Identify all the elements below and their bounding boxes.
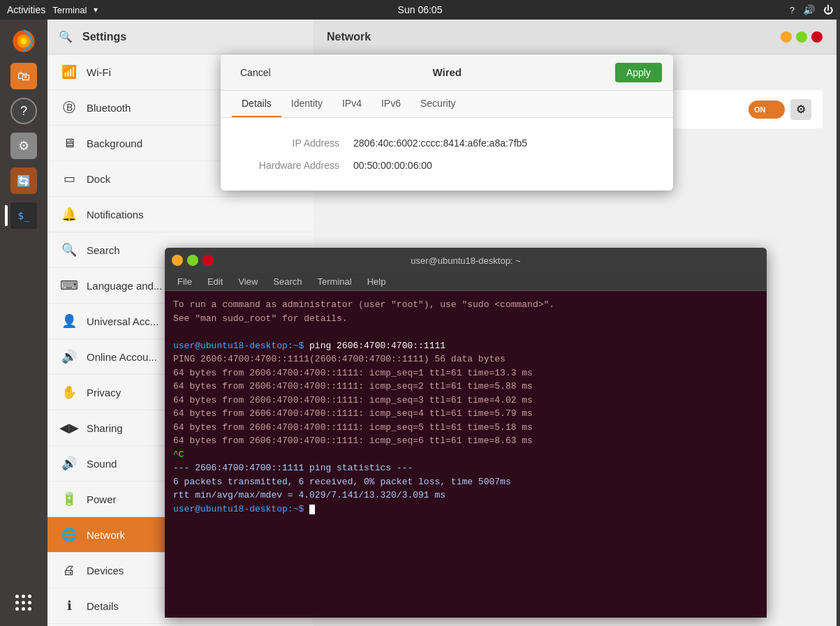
launcher-icon-terminal[interactable]: $_ xyxy=(8,200,40,232)
devices-icon: 🖨 xyxy=(61,562,77,578)
terminal-body[interactable]: To run a command as administrator (user … xyxy=(165,291,767,618)
terminal-menu-view[interactable]: View xyxy=(231,275,265,288)
language-icon: ⌨ xyxy=(61,278,77,293)
dialog-body: IP Address 2806:40c:6002:cccc:8414:a6fe:… xyxy=(221,118,673,191)
language-label: Language and... xyxy=(87,280,162,292)
dialog-tab-ipv4[interactable]: IPv4 xyxy=(332,91,371,117)
wifi-label: Wi-Fi xyxy=(87,66,111,78)
terminal-cmd: ping 2606:4700:4700::1111 xyxy=(309,341,445,351)
terminal-intro1: To run a command as administrator (user … xyxy=(173,298,758,312)
help-circle-icon: ? xyxy=(10,98,37,124)
help-icon[interactable]: ? xyxy=(790,5,795,15)
wired-dialog: Cancel Wired Apply DetailsIdentityIPv4IP… xyxy=(221,54,673,191)
launcher-icon-settings[interactable]: ⚙ xyxy=(8,130,40,162)
universal-label: Universal Acc... xyxy=(87,315,159,327)
settings-item-notifications[interactable]: 🔔 Notifications xyxy=(47,197,313,232)
launcher-apps-button[interactable] xyxy=(8,587,40,619)
topbar-right: ? 🔊 ⏻ xyxy=(790,4,833,15)
launcher-icon-firefox[interactable] xyxy=(8,25,40,57)
dialog-tab-security[interactable]: Security xyxy=(411,91,466,117)
network-icon: 🌐 xyxy=(61,527,77,542)
privacy-label: Privacy xyxy=(87,387,121,398)
terminal-titlebar: user@ubuntu18-desktop: ~ xyxy=(165,248,767,273)
minimize-button[interactable] xyxy=(781,31,792,43)
terminal-menu-edit[interactable]: Edit xyxy=(200,275,230,288)
settings-search-button[interactable]: 🔍 xyxy=(56,27,75,47)
launcher-icon-updates[interactable]: 🔄 xyxy=(8,165,40,197)
dialog-tab-identity[interactable]: Identity xyxy=(281,91,332,117)
ip-address-label: IP Address xyxy=(242,137,353,149)
terminal-prompt1: user@ubuntu18-desktop:~$ xyxy=(173,341,304,351)
terminal-stats-header: --- 2606:4700:4700::1111 ping statistics… xyxy=(173,461,758,475)
background-icon: 🖥 xyxy=(61,135,77,151)
terminal-ping-5: 64 bytes from 2606:4700:4700::1111: icmp… xyxy=(173,421,758,435)
volume-icon[interactable]: 🔊 xyxy=(803,4,815,15)
terminal-ping-init: PING 2606:4700:4700::1111(2606:4700:4700… xyxy=(173,352,758,366)
wired-settings-button[interactable]: ⚙ xyxy=(790,99,811,120)
software-icon: 🛍 xyxy=(10,63,37,89)
wired-controls: ON ⚙ xyxy=(749,99,811,120)
hardware-address-value: 00:50:00:00:06:00 xyxy=(353,160,432,171)
details-label: Details xyxy=(87,600,119,612)
hardware-address-field: Hardware Address 00:50:00:00:06:00 xyxy=(242,154,652,177)
terminal-menu-file[interactable]: File xyxy=(170,275,199,288)
topbar-clock: Sun 06:05 xyxy=(398,4,443,15)
bluetooth-icon: Ⓑ xyxy=(61,100,77,115)
privacy-icon: ✋ xyxy=(61,385,77,400)
close-button[interactable] xyxy=(811,31,823,43)
dialog-title: Wired xyxy=(433,66,462,78)
notifications-label: Notifications xyxy=(87,209,144,221)
terminal-menu-terminal[interactable]: Terminal xyxy=(311,275,359,288)
clock-label: Sun 06:05 xyxy=(398,4,443,15)
power-icon[interactable]: ⏻ xyxy=(823,4,833,15)
terminal-intro2: See "man sudo_root" for details. xyxy=(173,312,758,326)
network-label: Network xyxy=(87,529,125,541)
terminal-ctrl-c: ^C xyxy=(173,448,758,462)
terminal-cursor xyxy=(309,505,315,514)
terminal-minimize-button[interactable] xyxy=(172,255,183,266)
background-label: Background xyxy=(87,137,142,149)
dialog-cancel-button[interactable]: Cancel xyxy=(232,63,279,82)
launcher: 🛍 ? ⚙ 🔄 $_ xyxy=(0,20,47,626)
devices-label: Devices xyxy=(87,565,124,576)
terminal-dropdown-icon[interactable]: ▾ xyxy=(94,5,98,15)
sharing-label: Sharing xyxy=(87,422,123,434)
terminal-close-button[interactable] xyxy=(202,255,214,266)
sound-label: Sound xyxy=(87,458,117,470)
terminal-prompt2: user@ubuntu18-desktop:~$ xyxy=(173,504,304,514)
dialog-header: Cancel Wired Apply xyxy=(221,54,673,91)
terminal-app-label[interactable]: Terminal xyxy=(52,5,87,15)
terminal-window: user@ubuntu18-desktop: ~ FileEditViewSea… xyxy=(165,248,767,618)
terminal-ping-1: 64 bytes from 2606:4700:4700::1111: icmp… xyxy=(173,366,758,380)
power-icon: 🔋 xyxy=(61,491,77,507)
launcher-icon-help[interactable]: ? xyxy=(8,95,40,127)
dialog-tab-ipv6[interactable]: IPv6 xyxy=(371,91,411,117)
terminal-menu-help[interactable]: Help xyxy=(360,275,393,288)
activities-label[interactable]: Activities xyxy=(7,4,45,15)
network-win-controls xyxy=(781,31,823,43)
terminal-menu-search[interactable]: Search xyxy=(266,275,309,288)
svg-point-2 xyxy=(20,38,27,44)
terminal-ping-cmd: user@ubuntu18-desktop:~$ ping 2606:4700:… xyxy=(173,339,758,353)
search-icon: 🔍 xyxy=(61,242,77,258)
settings-launcher-icon: ⚙ xyxy=(10,133,37,159)
terminal-maximize-button[interactable] xyxy=(187,255,198,266)
updates-icon: 🔄 xyxy=(10,167,37,194)
maximize-button[interactable] xyxy=(796,31,807,43)
terminal-final-prompt: user@ubuntu18-desktop:~$ xyxy=(173,502,758,516)
dialog-tab-details[interactable]: Details xyxy=(232,91,281,117)
notifications-icon: 🔔 xyxy=(61,207,77,222)
wired-toggle[interactable]: ON xyxy=(749,100,785,119)
sharing-icon: ◀▶ xyxy=(61,420,77,435)
dialog-apply-button[interactable]: Apply xyxy=(615,63,662,82)
dock-label: Dock xyxy=(87,173,110,185)
terminal-ping-2: 64 bytes from 2606:4700:4700::1111: icmp… xyxy=(173,380,758,394)
dock-icon: ▭ xyxy=(61,171,77,186)
hardware-address-label: Hardware Address xyxy=(242,160,353,171)
launcher-icon-software[interactable]: 🛍 xyxy=(8,60,40,92)
details-icon: ℹ xyxy=(61,598,77,613)
network-panel-title: Network xyxy=(327,31,371,43)
settings-window-title: Settings xyxy=(82,31,126,43)
ip-address-field: IP Address 2806:40c:6002:cccc:8414:a6fe:… xyxy=(242,132,652,154)
terminal-ping-4: 64 bytes from 2606:4700:4700::1111: icmp… xyxy=(173,407,758,421)
